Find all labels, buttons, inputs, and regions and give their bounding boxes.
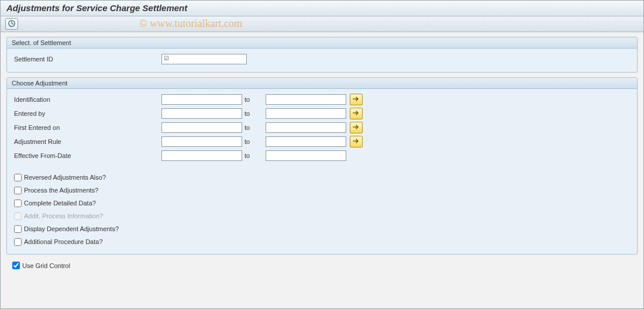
first-entered-on-low-input[interactable] bbox=[161, 122, 242, 133]
first-entered-on-label: First Entered on bbox=[13, 124, 161, 131]
first-entered-on-multiselect-button[interactable] bbox=[350, 122, 363, 133]
check-complete-row: Complete Detailed Data? bbox=[13, 197, 631, 210]
effective-from-date-to-label: to bbox=[242, 152, 266, 159]
process-adjustments-label: Process the Adjustments? bbox=[24, 187, 98, 194]
complete-detailed-data-label: Complete Detailed Data? bbox=[24, 200, 96, 207]
entered-by-to-label: to bbox=[242, 110, 266, 117]
settlement-id-label: Settlement ID bbox=[13, 56, 161, 63]
group-select-settlement-header: Select. of Settlement bbox=[7, 37, 637, 49]
entered-by-high-input[interactable] bbox=[266, 108, 346, 119]
identification-to-label: to bbox=[242, 96, 266, 103]
arrow-right-icon bbox=[353, 138, 360, 145]
app-window: Adjustments for Service Charge Settlemen… bbox=[0, 0, 644, 309]
svg-line-2 bbox=[12, 23, 13, 25]
display-dependent-label: Display Dependent Adjustments? bbox=[24, 225, 119, 232]
check-addit-row: Addit. Process Information? bbox=[13, 210, 631, 222]
page-title: Adjustments for Service Charge Settlemen… bbox=[1, 1, 643, 16]
identification-multiselect-button[interactable] bbox=[350, 94, 363, 105]
first-entered-on-high-input[interactable] bbox=[266, 122, 346, 133]
arrow-right-icon bbox=[353, 124, 360, 131]
adjustment-rule-low-input[interactable] bbox=[161, 136, 242, 147]
group-choose-adjustment-header: Choose Adjustment bbox=[7, 78, 637, 89]
identification-label: Identification bbox=[13, 96, 161, 103]
clock-execute-icon bbox=[8, 19, 16, 29]
check-reversed-row: Reversed Adjustments Also? bbox=[13, 171, 631, 184]
check-procedure-row: Additional Procedure Data? bbox=[13, 235, 631, 248]
adjustment-rule-label: Adjustment Rule bbox=[13, 138, 161, 145]
row-identification: Identification to bbox=[13, 92, 631, 107]
identification-low-input[interactable] bbox=[161, 94, 242, 105]
reversed-adjustments-label: Reversed Adjustments Also? bbox=[24, 174, 106, 181]
adjustment-rule-to-label: to bbox=[242, 138, 266, 145]
row-entered-by: Entered by to bbox=[13, 107, 631, 121]
addit-process-info-checkbox bbox=[14, 212, 22, 220]
identification-high-input[interactable] bbox=[266, 94, 346, 105]
use-grid-control-label: Use Grid Control bbox=[22, 262, 70, 269]
entered-by-label: Entered by bbox=[13, 110, 161, 117]
first-entered-on-to-label: to bbox=[242, 124, 266, 131]
additional-procedure-checkbox[interactable] bbox=[14, 238, 22, 246]
app-toolbar bbox=[1, 16, 643, 32]
adjustment-rule-high-input[interactable] bbox=[266, 136, 346, 147]
complete-detailed-data-checkbox[interactable] bbox=[14, 200, 22, 207]
footer-grid-control-row: Use Grid Control bbox=[6, 259, 638, 272]
entered-by-low-input[interactable] bbox=[161, 108, 242, 119]
check-process-row: Process the Adjustments? bbox=[13, 184, 631, 197]
content-area: Select. of Settlement Settlement ID ☑ Ch… bbox=[1, 32, 643, 276]
entered-by-multiselect-button[interactable] bbox=[350, 108, 363, 119]
use-grid-control-checkbox[interactable] bbox=[12, 262, 20, 269]
display-dependent-checkbox[interactable] bbox=[14, 225, 22, 233]
effective-from-date-low-input[interactable] bbox=[161, 150, 242, 161]
additional-procedure-label: Additional Procedure Data? bbox=[24, 238, 103, 245]
execute-button[interactable] bbox=[5, 18, 18, 30]
arrow-right-icon bbox=[353, 96, 360, 103]
page-title-text: Adjustments for Service Charge Settlemen… bbox=[6, 3, 187, 13]
addit-process-info-label: Addit. Process Information? bbox=[24, 212, 103, 219]
row-first-entered-on: First Entered on to bbox=[13, 121, 631, 135]
row-adjustment-rule: Adjustment Rule to bbox=[13, 135, 631, 149]
process-adjustments-checkbox[interactable] bbox=[14, 187, 22, 194]
arrow-right-icon bbox=[353, 110, 360, 117]
effective-from-date-high-input[interactable] bbox=[266, 150, 346, 161]
group-choose-adjustment: Choose Adjustment Identification to bbox=[6, 77, 638, 255]
reversed-adjustments-checkbox[interactable] bbox=[14, 174, 22, 181]
group-select-settlement: Select. of Settlement Settlement ID ☑ bbox=[6, 37, 638, 73]
effective-from-date-label: Effective From-Date bbox=[13, 152, 161, 159]
row-effective-from-date: Effective From-Date to bbox=[13, 149, 631, 163]
settlement-id-input[interactable] bbox=[161, 54, 247, 64]
check-dependent-row: Display Dependent Adjustments? bbox=[13, 222, 631, 235]
adjustment-rule-multiselect-button[interactable] bbox=[350, 136, 363, 147]
